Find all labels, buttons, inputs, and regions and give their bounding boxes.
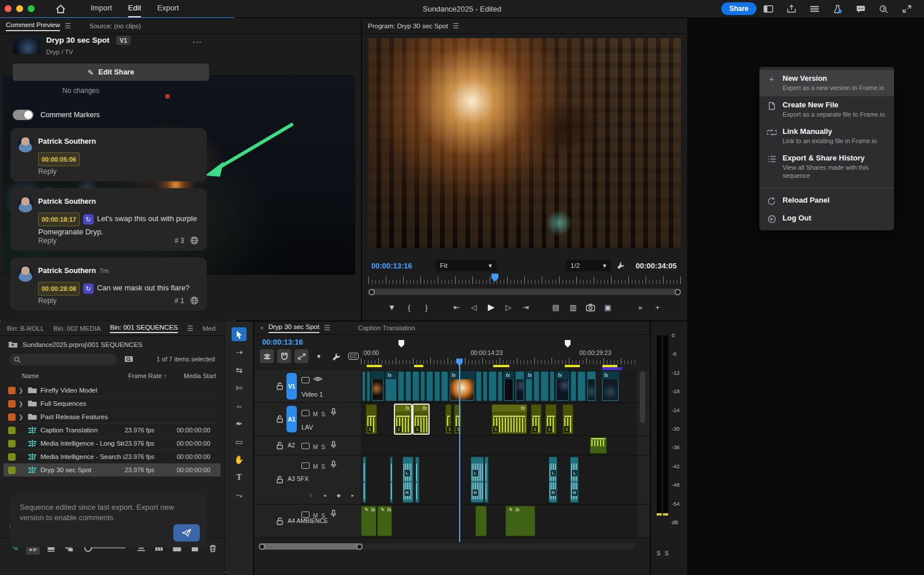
more-options-button[interactable]: ... [193,35,202,44]
clip[interactable] [483,371,487,401]
clip[interactable]: LR [570,457,579,503]
clip[interactable] [489,371,497,401]
zoom-fit-dropdown[interactable]: Fit▾ [435,260,497,271]
clip[interactable]: 1 [445,404,452,434]
clip[interactable] [441,371,448,401]
bin-item-past-release-features[interactable]: ❯Past Release Features [3,410,221,424]
panel-menu-icon[interactable]: ☰ [453,22,459,30]
comment-composer[interactable]: Sequence edited since last export. Expor… [10,494,207,547]
menu-edit[interactable]: Edit [128,0,141,17]
timeline-timecode[interactable]: 00:00:13:16 [262,338,303,346]
label-color-swatch[interactable] [8,466,16,474]
clip[interactable]: ✎ fx [361,506,377,536]
reply-button[interactable]: Reply [38,167,57,176]
clip[interactable]: LR [549,457,557,503]
menu-item-export-share-history[interactable]: Export & Share HistoryView all Shares ma… [759,150,894,184]
bin-item-firefly-video-model[interactable]: ❯Firefly Video Model [3,384,221,397]
clip[interactable] [498,371,502,401]
comment-timecode-chip[interactable]: 00:00:05:06 [38,152,80,166]
razor-tool[interactable]: ✄ [232,381,247,395]
track-header-a4[interactable]: A4 AMBIENCEMS [254,505,362,537]
menu-item-create-new-file[interactable]: Create New FileExport as a separate file… [759,96,894,123]
timeline-tab-active[interactable]: Dryp 30 sec Spot [269,323,319,333]
keyframe-controls[interactable]: ○ ◂ ◆ ▸ [310,492,359,498]
remix-tool[interactable]: ⤳ [232,488,247,502]
clip[interactable] [420,371,425,401]
step-back-button[interactable]: ◁ [467,300,482,314]
comparison-view-button[interactable]: ▣ [601,300,616,314]
clip[interactable] [426,371,433,401]
add-tool-button[interactable]: + [650,300,665,314]
track-content-a4[interactable]: ✎ fx✎ fx✎ fx [361,505,637,537]
comment-card[interactable]: Patrick Southern00:00:05:06Reply [10,128,207,181]
home-icon[interactable] [54,3,67,14]
add-marker-icon[interactable]: ▼ [312,349,326,363]
go-to-in-button[interactable]: ⇤ [449,300,464,314]
settings-wrench-icon[interactable] [329,349,343,363]
clip[interactable] [405,371,411,401]
clip[interactable]: fx 1 [413,404,429,434]
bin-tab-bin-001-sequences[interactable]: Bin: 001 SEQUENCES [110,324,178,333]
clip[interactable]: 1 [545,404,557,434]
mark-out-button[interactable]: } [419,300,434,314]
minimize-window-button[interactable] [16,5,23,12]
clip[interactable]: fx 1 [394,404,412,434]
captions-icon[interactable]: CC [346,349,360,363]
comment-markers-toggle[interactable] [13,110,33,120]
sequence-marker-icon[interactable] [565,340,571,348]
clip[interactable] [571,371,576,401]
folder-up-icon[interactable] [8,341,18,348]
track-header-a2[interactable]: A2MS [254,436,362,455]
solo-button[interactable]: S [321,464,325,470]
clip[interactable]: ✎ fx [377,506,392,536]
comment-card[interactable]: Patrick Southern7m00:00:28:08↻Can we mas… [10,257,207,311]
timeline-tab[interactable]: Caption Translation [358,324,415,331]
column-media-start[interactable]: Media Start [184,372,224,379]
comment-card[interactable]: Patrick Southern00:00:18:17↻Let's swap t… [10,188,207,251]
clip[interactable]: 1 [562,404,573,434]
clip[interactable]: fx [556,371,569,401]
more-chevrons-button[interactable]: » [633,300,648,314]
clip[interactable] [363,457,366,503]
add-marker-button[interactable]: ▼ [385,300,400,314]
label-color-swatch[interactable] [8,427,16,434]
track-content-v1[interactable]: fxfxfxfxfxfx [361,370,637,402]
stacked-list-icon[interactable] [808,3,821,14]
solo-button[interactable]: S [321,444,325,450]
label-color-swatch[interactable] [8,387,16,394]
menu-export[interactable]: Export [157,0,179,17]
clip[interactable] [367,371,370,401]
solo-right-button[interactable]: S [665,550,669,557]
source-monitor-label[interactable]: Source: (no clips) [90,23,141,29]
clip[interactable] [390,457,393,503]
version-badge[interactable]: V1 [116,36,131,45]
bin-search-input[interactable] [9,354,117,365]
mark-in-button[interactable]: { [402,300,417,314]
clip[interactable]: ✎ fx [505,506,535,536]
label-color-swatch[interactable] [8,453,16,461]
program-scrollbar[interactable] [368,289,681,295]
zoom-search-icon[interactable] [877,3,890,14]
timeline-hscrollbar[interactable] [259,543,363,550]
reply-button[interactable]: Reply [38,297,57,305]
eye-icon[interactable] [313,375,323,383]
label-color-swatch[interactable] [8,440,16,447]
clip[interactable]: fx [449,371,475,401]
bin-tab-bin-b-roll[interactable]: Bin: B-ROLL [7,325,44,332]
fullscreen-icon[interactable] [900,3,913,14]
lock-icon[interactable] [275,441,285,450]
tab-comment-preview[interactable]: Comment Preview [6,21,60,31]
clip[interactable]: LR [471,457,484,503]
close-window-button[interactable] [5,5,12,12]
mic-icon[interactable] [329,408,338,416]
source-patch-badge[interactable]: V1 [286,373,297,399]
bin-tab-bin-002-media[interactable]: Bin: 002 MEDIA [54,325,101,332]
mute-button[interactable]: M [313,444,318,450]
bin-item-media-intelligence-long-str[interactable]: Media Intelligence - Long Str23.976 fps0… [3,437,221,450]
clip[interactable]: 1 [454,404,461,434]
menu-import[interactable]: Import [91,0,112,17]
bin-tab-med[interactable]: Med [203,325,215,332]
track-name[interactable]: Video 1 [301,391,323,398]
clip[interactable] [434,371,440,401]
edit-share-button[interactable]: ✎ Edit Share [13,64,209,81]
